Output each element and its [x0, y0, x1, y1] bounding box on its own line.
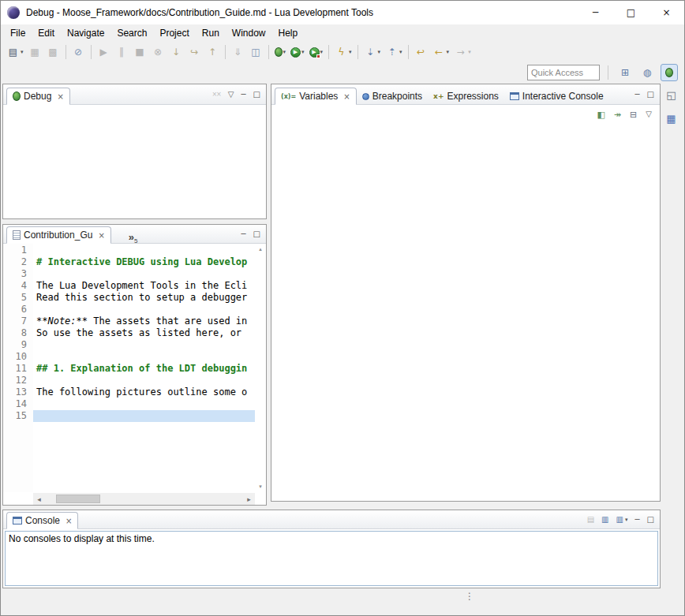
- maximize-view-icon[interactable]: □: [253, 91, 260, 99]
- variables-content[interactable]: [271, 124, 660, 501]
- step-over-button[interactable]: ↪: [185, 43, 204, 61]
- console-controls: ▤ ▥ ▥ ▾ ─ □: [587, 516, 660, 524]
- scroll-up-icon[interactable]: ▴: [259, 246, 262, 252]
- menu-project[interactable]: Project: [153, 25, 195, 41]
- minimize-view-icon[interactable]: ─: [241, 230, 246, 238]
- drop-to-frame-button[interactable]: ⇓: [229, 43, 247, 61]
- tab-expressions[interactable]: x+ Expressions: [428, 88, 504, 105]
- quick-access-input[interactable]: [527, 65, 600, 80]
- debug-view-content[interactable]: [3, 105, 266, 218]
- view-menu-icon[interactable]: ▽: [646, 110, 652, 118]
- remove-all-terminated-icon[interactable]: ××: [211, 91, 220, 98]
- tab-variables[interactable]: (x)= Variables ×: [275, 88, 357, 105]
- close-icon[interactable]: ×: [66, 517, 72, 525]
- external-tools-button[interactable]: ϟ ▾: [332, 43, 354, 61]
- minimize-view-icon[interactable]: ─: [635, 91, 640, 99]
- maximize-view-icon[interactable]: □: [647, 91, 654, 99]
- tab-breakpoints[interactable]: Breakpoints: [357, 88, 428, 105]
- terminate-button[interactable]: ■: [131, 43, 149, 61]
- show-logical-structures-icon[interactable]: ↠: [614, 110, 621, 120]
- maximize-view-icon[interactable]: □: [253, 230, 260, 238]
- scrollbar-track[interactable]: [45, 493, 243, 505]
- chevron-down-icon[interactable]: ▾: [447, 49, 450, 55]
- lua-perspective-button[interactable]: ◍: [638, 64, 656, 81]
- minimize-view-icon[interactable]: ─: [241, 91, 246, 99]
- menu-run[interactable]: Run: [196, 25, 226, 41]
- back-button[interactable]: ← ▾: [430, 43, 452, 61]
- forward-button[interactable]: → ▾: [451, 43, 474, 61]
- console-message: No consoles to display at this time.: [9, 533, 155, 544]
- show-type-names-icon[interactable]: ◧: [597, 110, 605, 120]
- use-step-filters-button[interactable]: ◫: [247, 43, 265, 61]
- new-wizard-button[interactable]: ▤ ▾: [4, 43, 26, 61]
- display-selected-console-icon[interactable]: ▥: [601, 516, 608, 524]
- maximize-view-icon[interactable]: □: [647, 516, 654, 524]
- menu-search[interactable]: Search: [110, 25, 153, 41]
- line-number-ruler[interactable]: 123456789101112131415: [3, 244, 33, 492]
- step-return-button[interactable]: ↑: [204, 43, 222, 61]
- horizontal-scrollbar[interactable]: ◂ ▸: [33, 493, 255, 505]
- resume-button[interactable]: ▶: [95, 43, 113, 61]
- tab-editor-contribution-guide[interactable]: Contribution_Gu ×: [6, 226, 111, 244]
- coverage-button[interactable]: ▶ ▾: [307, 43, 326, 61]
- previous-annotation-button[interactable]: ⇡ ▾: [383, 43, 405, 61]
- collapse-all-icon[interactable]: ⊟: [630, 110, 637, 120]
- chevron-down-icon[interactable]: ▾: [283, 49, 286, 55]
- minimize-view-icon[interactable]: ─: [635, 516, 640, 524]
- open-perspective-button[interactable]: ⊞: [616, 64, 634, 81]
- scroll-left-icon[interactable]: ◂: [33, 495, 45, 503]
- interactive-console-icon: [510, 92, 519, 100]
- menu-navigate[interactable]: Navigate: [61, 25, 110, 41]
- view-menu-icon[interactable]: ▽: [228, 91, 234, 99]
- close-window-icon[interactable]: ×: [649, 1, 684, 24]
- main-toolbar: ▤ ▾ ▦ ▩ ⊘ ▶ ‖ ■ ⊗ ↓ ↪ ↑: [1, 42, 684, 62]
- vertical-scrollbar[interactable]: ▴ ▾: [255, 244, 266, 492]
- pin-console-icon[interactable]: ▤: [587, 516, 594, 524]
- editor-body: 123456789101112131415 # Interactive DEBU…: [3, 244, 266, 505]
- debug-perspective-button[interactable]: [661, 64, 678, 81]
- maximize-window-icon[interactable]: □: [613, 1, 649, 24]
- menu-file[interactable]: File: [4, 25, 32, 41]
- restore-view-icon[interactable]: ◱: [663, 87, 680, 103]
- chevron-down-icon[interactable]: ▾: [378, 49, 381, 55]
- disconnect-button[interactable]: ⊗: [149, 43, 167, 61]
- save-button[interactable]: ▦: [26, 43, 44, 61]
- debug-button[interactable]: ▾: [272, 43, 289, 61]
- chevron-down-icon[interactable]: ▾: [301, 49, 305, 55]
- scroll-down-icon[interactable]: ▾: [259, 483, 262, 490]
- minimized-view-icon[interactable]: ▦: [663, 110, 680, 126]
- scrollbar-thumb[interactable]: [56, 495, 100, 503]
- chevron-down-icon[interactable]: ▾: [21, 49, 24, 55]
- close-icon[interactable]: ×: [343, 92, 350, 101]
- open-console-icon[interactable]: ▥: [616, 516, 623, 524]
- tab-label: Contribution_Gu: [24, 230, 92, 241]
- chevron-down-icon[interactable]: ▾: [349, 49, 352, 55]
- menu-window[interactable]: Window: [226, 25, 272, 41]
- save-all-button[interactable]: ▩: [44, 43, 62, 61]
- suspend-button[interactable]: ‖: [113, 43, 131, 61]
- run-button[interactable]: ▶ ▾: [288, 43, 307, 61]
- editor-tab-overflow-chevron[interactable]: » 5: [129, 232, 138, 243]
- step-into-button[interactable]: ↓: [167, 43, 185, 61]
- minimize-window-icon[interactable]: ─: [578, 1, 613, 24]
- tab-debug-view[interactable]: Debug ×: [6, 88, 70, 105]
- last-edit-location-button[interactable]: ↩: [412, 43, 430, 61]
- right-view-controls: ─ □: [635, 91, 660, 99]
- tab-console[interactable]: Console ×: [6, 512, 78, 529]
- menu-help[interactable]: Help: [272, 25, 305, 41]
- chevron-down-icon[interactable]: ▾: [468, 49, 471, 55]
- chevron-down-icon[interactable]: ▾: [625, 517, 628, 523]
- skip-all-breakpoints-button[interactable]: ⊘: [69, 43, 88, 61]
- next-annotation-button[interactable]: ⇣ ▾: [361, 43, 384, 61]
- tab-interactive-console[interactable]: Interactive Console: [504, 88, 609, 105]
- chevron-down-icon[interactable]: ▾: [320, 49, 324, 55]
- close-icon[interactable]: ×: [98, 231, 104, 240]
- console-text-area[interactable]: No consoles to display at this time.: [5, 531, 658, 586]
- chevron-down-icon[interactable]: ▾: [399, 49, 402, 55]
- close-icon[interactable]: ×: [57, 92, 63, 101]
- menu-edit[interactable]: Edit: [32, 25, 61, 41]
- scroll-right-icon[interactable]: ▸: [243, 495, 255, 503]
- sash-drag-handle[interactable]: ⋮: [465, 591, 474, 602]
- code-area[interactable]: # Interactive DEBUG using Lua DevelopThe…: [33, 244, 255, 492]
- code-segment: So use the assets as listed here, or: [36, 327, 247, 338]
